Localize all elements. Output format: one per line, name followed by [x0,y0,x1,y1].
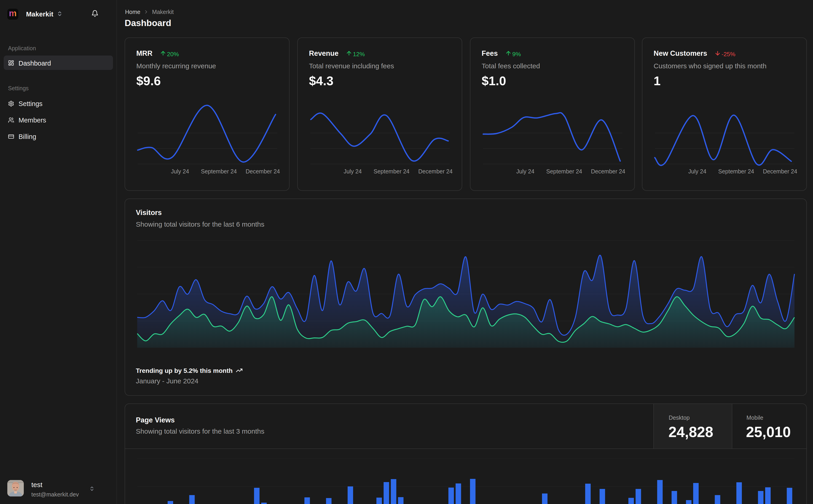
svg-text:December 24: December 24 [246,168,280,175]
svg-text:December 24: December 24 [591,168,625,175]
svg-text:September 24: September 24 [201,168,237,175]
svg-text:July 24: July 24 [171,168,189,175]
svg-text:September 24: September 24 [546,168,582,175]
svg-text:December 24: December 24 [763,168,797,175]
svg-text:July 24: July 24 [688,168,706,175]
svg-text:July 24: July 24 [344,168,362,175]
svg-text:September 24: September 24 [373,168,409,175]
svg-text:July 24: July 24 [516,168,534,175]
svg-text:December 24: December 24 [418,168,453,175]
svg-text:September 24: September 24 [718,168,754,175]
